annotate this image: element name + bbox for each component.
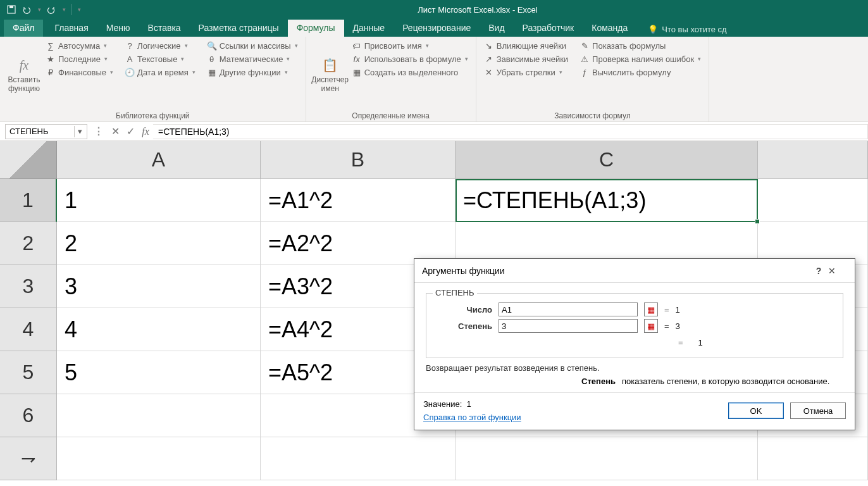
ok-button[interactable]: OK <box>728 402 784 419</box>
cell-B1[interactable]: =A1^2 <box>261 179 456 222</box>
arg2-equals: = <box>664 321 669 331</box>
cell-A5[interactable]: 5 <box>57 351 261 394</box>
preview-result: 1 <box>698 338 703 347</box>
tab-file[interactable]: Файл <box>4 20 43 37</box>
insert-function-button[interactable]: fx Вставить функцию <box>5 39 43 109</box>
svg-rect-1 <box>9 6 13 8</box>
cell-A6[interactable] <box>57 394 261 437</box>
clock-icon: 🕘 <box>125 67 135 77</box>
fx-icon: fx <box>142 126 149 137</box>
arg1-input[interactable] <box>499 302 638 316</box>
undo-icon[interactable] <box>22 4 32 15</box>
accept-formula-button[interactable]: ✓ <box>123 124 138 139</box>
star-icon: ★ <box>46 54 56 64</box>
dialog-close-button[interactable]: ✕ <box>828 261 847 280</box>
evaluate-formula-button[interactable]: ƒВычислить формулу <box>577 66 704 78</box>
value-label: Значение: <box>423 399 462 409</box>
tab-team[interactable]: Команда <box>583 20 636 37</box>
fx-icon: fx <box>14 55 34 75</box>
tab-developer[interactable]: Разработчик <box>514 20 583 37</box>
tell-me[interactable]: 💡 Что вы хотите сд <box>642 25 733 37</box>
row-header-6[interactable]: 6 <box>0 394 57 437</box>
tab-data[interactable]: Данные <box>344 20 394 37</box>
col-header-C[interactable]: C <box>456 141 758 179</box>
dialog-help-button[interactable]: ? <box>809 261 828 280</box>
tab-menu[interactable]: Меню <box>97 20 139 37</box>
function-name-label: СТЕПЕНЬ <box>433 288 477 297</box>
trace-precedents-button[interactable]: ↘Влияющие ячейки <box>481 39 571 52</box>
cell-C1[interactable]: =СТЕПЕНЬ(A1;3) <box>456 179 758 222</box>
math-button[interactable]: θМатематические▾ <box>204 53 301 65</box>
cancel-button[interactable]: Отмена <box>790 402 846 419</box>
cell-D1[interactable] <box>758 179 868 222</box>
cell-A2[interactable]: 2 <box>57 222 261 265</box>
cell-A1[interactable]: 1 <box>57 179 261 222</box>
use-in-formula-button[interactable]: fxИспользовать в формуле▾ <box>349 53 471 65</box>
tab-home[interactable]: Главная <box>46 20 97 37</box>
financial-button[interactable]: ₽Финансовые▾ <box>43 66 116 78</box>
more-icon: ▦ <box>207 67 217 77</box>
define-name-button[interactable]: 🏷Присвоить имя▾ <box>349 39 471 52</box>
tab-formulas[interactable]: Формулы <box>288 20 344 37</box>
tab-pagelayout[interactable]: Разметка страницы <box>190 20 288 37</box>
fx-button[interactable]: fx <box>138 124 153 139</box>
row-header-3[interactable]: 3 <box>0 265 57 308</box>
autosum-button[interactable]: ∑Автосумма▾ <box>43 39 116 52</box>
dialog-title-bar[interactable]: Аргументы функции ? ✕ <box>414 259 855 283</box>
title-bar: ▾ ▾ ▾ Лист Microsoft Excel.xlsx - Excel <box>0 0 868 19</box>
tab-insert[interactable]: Вставка <box>139 20 190 37</box>
cell-C7[interactable] <box>456 437 758 480</box>
save-icon[interactable] <box>6 4 16 15</box>
recent-button[interactable]: ★Последние▾ <box>43 53 116 65</box>
col-header-D[interactable] <box>758 141 868 179</box>
show-formulas-button[interactable]: ✎Показать формулы <box>577 39 704 52</box>
datetime-button[interactable]: 🕘Дата и время▾ <box>122 66 198 78</box>
sigma-icon: ∑ <box>46 40 56 51</box>
row-header-4[interactable]: 4 <box>0 308 57 351</box>
function-fieldset: СТЕПЕНЬ Число ▦ = 1 Степень ▦ = 3 = 1 <box>426 293 843 358</box>
col-header-A[interactable]: A <box>57 141 261 179</box>
help-link[interactable]: Справка по этой функции <box>423 413 521 422</box>
trace-dependents-button[interactable]: ↗Зависимые ячейки <box>481 53 571 65</box>
quick-access-toolbar: ▾ ▾ ▾ <box>0 4 87 15</box>
row-header-5[interactable]: 5 <box>0 351 57 394</box>
cell-B7[interactable] <box>261 437 456 480</box>
value-result: 1 <box>467 399 471 409</box>
col-header-B[interactable]: B <box>261 141 456 179</box>
cancel-formula-button[interactable]: ✕ <box>108 124 123 139</box>
remove-arrows-button[interactable]: ✕Убрать стрелки▾ <box>481 66 571 78</box>
insert-function-label: Вставить функцию <box>8 75 40 93</box>
cell-A4[interactable]: 4 <box>57 308 261 351</box>
name-box-dropdown-icon[interactable]: ▾ <box>74 126 85 137</box>
select-all-corner[interactable] <box>0 141 57 179</box>
row-header-1[interactable]: 1 <box>0 179 57 222</box>
error-check-button[interactable]: ⚠Проверка наличия ошибок▾ <box>577 53 704 65</box>
tab-view[interactable]: Вид <box>480 20 513 37</box>
arg2-ref-button[interactable]: ▦ <box>644 319 658 333</box>
row-header-7[interactable]: ⇁ <box>0 437 57 480</box>
tab-review[interactable]: Рецензирование <box>394 20 480 37</box>
cell-D7[interactable] <box>758 437 868 480</box>
cell-A3[interactable]: 3 <box>57 265 261 308</box>
undo-dropdown-icon[interactable]: ▾ <box>38 6 41 13</box>
ribbon-tabs: Файл Главная Меню Вставка Разметка стран… <box>0 19 868 37</box>
arg1-ref-button[interactable]: ▦ <box>644 302 658 316</box>
function-arguments-dialog: Аргументы функции ? ✕ СТЕПЕНЬ Число ▦ = … <box>414 258 855 430</box>
redo-dropdown-icon[interactable]: ▾ <box>63 6 66 13</box>
cell-A7[interactable] <box>57 437 261 480</box>
bulb-icon: 💡 <box>648 25 658 34</box>
create-from-selection-button[interactable]: ▦Создать из выделенного <box>349 66 471 78</box>
more-fn-button[interactable]: ▦Другие функции▾ <box>204 66 301 78</box>
redo-icon[interactable] <box>46 4 56 15</box>
logical-button[interactable]: ?Логические▾ <box>122 39 198 52</box>
qat-customize-icon[interactable]: ▾ <box>78 6 81 13</box>
name-manager-button[interactable]: 📋 Диспетчер имен <box>311 39 349 109</box>
lookup-button[interactable]: 🔍Ссылки и массивы▾ <box>204 39 301 52</box>
collapse-icon: ▦ <box>647 321 655 331</box>
name-box[interactable]: СТЕПЕНЬ ▾ <box>5 124 87 139</box>
text-button[interactable]: AТекстовые▾ <box>122 53 198 65</box>
arg2-input[interactable] <box>499 319 638 333</box>
collapse-icon: ▦ <box>647 305 655 315</box>
formula-input[interactable]: =СТЕПЕНЬ(A1;3) <box>153 124 868 139</box>
row-header-2[interactable]: 2 <box>0 222 57 265</box>
